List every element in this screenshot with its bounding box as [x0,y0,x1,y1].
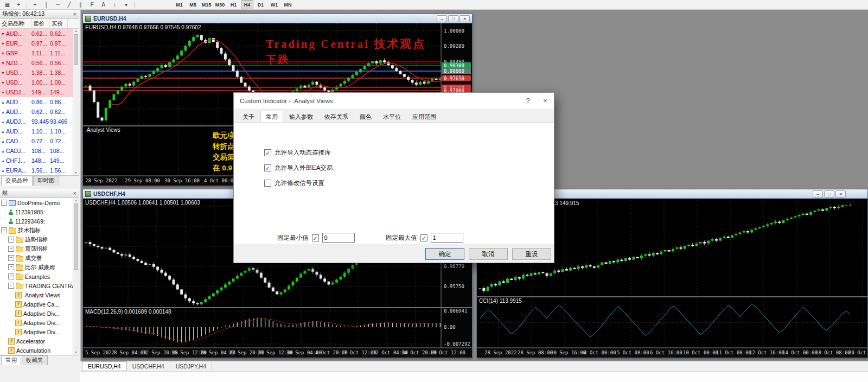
fixed-maximum-input[interactable] [431,233,463,243]
horizontal-line-icon[interactable]: ─ [53,0,63,9]
market-watch-row[interactable]: ▼AUD...0.62...0.62... [0,29,73,39]
expand-icon[interactable]: + [8,246,14,252]
timeframe-button-w1[interactable]: W1 [268,0,280,9]
market-watch-row[interactable]: ▲AUDJ...93.44593.466 [0,117,73,126]
text-icon[interactable]: A [98,0,108,9]
timeframe-button-m5[interactable]: M5 [187,0,199,9]
navigator-item[interactable]: 112393469: [0,217,79,226]
expand-icon[interactable]: + [8,255,14,261]
market-watch-row[interactable]: ▲AUD...0.86...0.86... [0,97,73,107]
new-order-icon[interactable]: + [14,0,24,9]
shapes-dropdown-icon[interactable]: ▾ [121,0,131,9]
channel-icon[interactable]: ∥ [75,0,86,9]
arrow-icon[interactable]: ↕ [110,0,120,9]
timeframe-button-h1[interactable]: H1 [227,0,240,9]
navigator-item[interactable]: ƒAccumulation [0,346,79,355]
market-watch-row[interactable]: ▲AUD...1.10...1.10... [0,126,73,136]
fixed-minimum-input[interactable] [322,233,355,243]
scroll-up-icon[interactable]: ▴ [73,198,79,203]
expand-icon[interactable]: + [8,273,14,279]
navigator-item[interactable]: ƒAdaptive Div... [0,318,79,327]
close-icon[interactable]: × [73,190,76,196]
close-icon[interactable]: × [835,190,846,198]
navigator-item[interactable]: +震荡指标 [0,244,79,253]
expand-icon[interactable]: + [8,237,14,243]
market-watch-row[interactable]: ▲AUD...0.62...0.62... [0,107,73,117]
navigator-item[interactable]: ƒ.Analyst Views [0,290,79,300]
timeframe-button-m15[interactable]: M15 [200,0,213,9]
navigator-item[interactable]: ƒAdaptive Div... [0,309,79,318]
navigator-tab-0[interactable]: 常用 [1,355,21,365]
scroll-thumb[interactable] [74,34,78,65]
dialog-tab-2[interactable]: 输入参数 [284,111,318,122]
navigator-item[interactable]: +成交量 [0,253,79,263]
checkbox-icon[interactable]: ✓ [264,149,271,156]
market-watch-row[interactable]: ▲CADJ...108...108... [0,146,73,156]
navigator-tab-1[interactable]: 收藏夹 [22,355,48,365]
collapse-icon[interactable]: − [1,200,7,206]
reset-button[interactable]: 重设 [512,248,551,260]
navigator-scrollbar[interactable]: ▴▾ [73,198,79,355]
close-icon[interactable]: × [537,97,554,105]
close-icon[interactable]: × [459,15,470,22]
navigator-item[interactable]: ƒAccelerator [0,336,79,346]
timeframe-button-mn[interactable]: MN [282,0,294,9]
cancel-button[interactable]: 取消 [469,248,508,260]
navigator-item[interactable]: +Examples [0,272,79,281]
minimize-icon[interactable]: – [813,190,823,198]
maximize-icon[interactable]: □ [448,15,458,22]
market-watch-row[interactable]: ▲EURA...1.56...1.56... [0,165,73,175]
help-icon[interactable]: ? [519,97,537,105]
timeframe-button-m1[interactable]: M1 [173,0,186,9]
market-watch-row[interactable]: ▼NZD...0.56...0.56... [0,58,73,68]
window-titlebar[interactable]: EURUSD,H4 – □ × [83,14,472,23]
scroll-thumb[interactable] [74,203,78,270]
dialog-titlebar[interactable]: Custom Indicator - .Analyst Views ? × [234,93,554,109]
crosshair-icon[interactable]: + [30,0,40,9]
fibonacci-icon[interactable]: F [87,0,97,9]
close-icon[interactable]: × [73,11,76,17]
navigator-item[interactable]: −技术指标 [0,226,74,235]
ok-button[interactable]: 确定 [425,248,464,260]
dialog-tab-3[interactable]: 依存关系 [319,111,354,122]
column-bid[interactable]: 卖价 [31,19,50,28]
market-watch-row[interactable]: ▼GBP...1.11...1.11... [0,48,73,58]
dialog-tab-4[interactable]: 颜色 [354,111,377,122]
navigator-item[interactable]: +比尔 威廉姆 [0,263,79,272]
navigator-item[interactable]: −DooPrime-Demo [0,198,74,207]
vertical-line-icon[interactable]: │ [41,0,52,9]
market-watch-header[interactable]: 场报价: 06:42:13 × [0,10,79,19]
maximize-icon[interactable]: □ [824,190,834,198]
dialog-tab-6[interactable]: 应用范围 [407,111,442,122]
market-watch-row[interactable]: ▼USD...1.38...1.38... [0,68,73,78]
market-watch-row[interactable]: ▲CAD...0.72...0.72... [0,136,73,146]
navigator-item[interactable]: +趋势指标 [0,235,79,244]
scroll-down-icon[interactable]: ▾ [73,170,79,175]
navigator-item[interactable]: 112391985: [0,207,79,217]
scroll-down-icon[interactable]: ▾ [73,350,79,355]
market-watch-tab-0[interactable]: 交易品种 [1,176,33,186]
column-ask[interactable]: 买价 [50,19,68,28]
fixed-minimum-checkbox[interactable]: ✓ [312,234,319,241]
collapse-icon[interactable]: − [1,227,7,233]
dialog-tab-0[interactable]: 关于 [237,111,260,122]
column-symbol[interactable]: 交易品种 [0,19,31,28]
collapse-icon[interactable]: − [8,283,14,289]
chart-tab-eurusd-h4[interactable]: EURUSD,H4 [82,361,127,371]
scroll-up-icon[interactable]: ▴ [73,29,79,34]
navigator-header[interactable]: 航 × [0,189,79,198]
navigator-item[interactable]: ƒAdaptive Div... [0,327,79,336]
app-icon[interactable]: ▦ [2,0,12,9]
navigator-item[interactable]: ƒAdaptive Ca... [0,300,79,309]
chart-tab-usdchf-h4[interactable]: USDCHF,H4 [127,362,170,371]
checkbox-icon[interactable]: ✓ [264,164,271,171]
timeframe-button-d1[interactable]: D1 [254,0,267,9]
timeframe-button-h4[interactable]: H4 [241,0,253,9]
minimize-icon[interactable]: – [437,15,447,22]
trendline-icon[interactable]: ╱ [64,0,74,9]
market-watch-row[interactable]: ▼EUR...0.97...0.97... [0,39,73,48]
market-watch-tab-1[interactable]: 即时图 [33,176,59,186]
checkbox-icon[interactable] [264,180,271,187]
market-watch-row[interactable]: ▼USD...1.00...1.00... [0,78,73,87]
dialog-tab-1[interactable]: 常用 [260,111,283,122]
